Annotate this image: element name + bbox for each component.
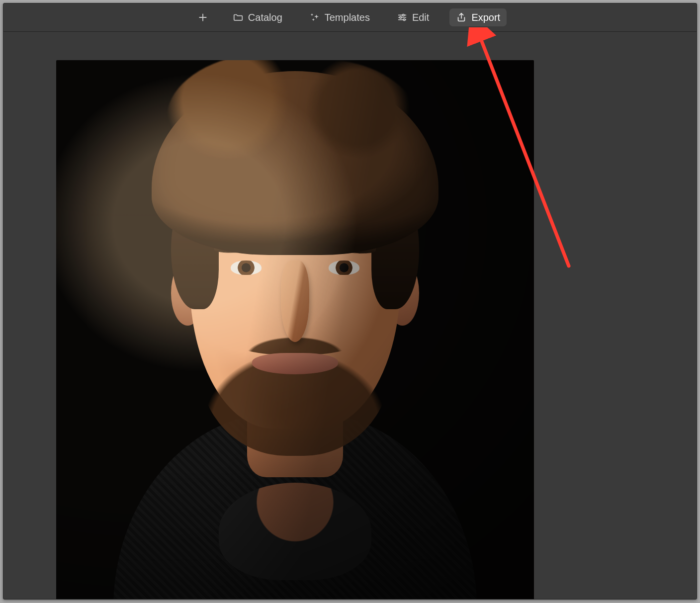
folder-icon <box>233 12 244 23</box>
sparkles-icon <box>309 12 320 23</box>
catalog-label: Catalog <box>248 12 282 22</box>
main-toolbar: Catalog Templates Edit <box>3 3 697 32</box>
edit-button[interactable]: Edit <box>390 8 436 26</box>
app-window: Catalog Templates Edit <box>3 3 697 600</box>
svg-point-0 <box>402 14 404 16</box>
share-up-icon <box>456 12 467 23</box>
editor-canvas[interactable] <box>3 32 697 599</box>
add-button[interactable] <box>193 9 212 26</box>
edit-label: Edit <box>412 12 429 22</box>
catalog-button[interactable]: Catalog <box>226 8 289 26</box>
sliders-icon <box>397 12 408 23</box>
portrait-illustration <box>56 60 534 600</box>
export-button[interactable]: Export <box>449 8 507 26</box>
export-label: Export <box>471 12 500 22</box>
templates-label: Templates <box>325 12 370 22</box>
svg-point-2 <box>403 19 405 21</box>
plus-icon <box>198 12 208 22</box>
templates-button[interactable]: Templates <box>303 8 376 26</box>
svg-point-1 <box>400 16 402 18</box>
preview-image[interactable] <box>56 60 534 600</box>
